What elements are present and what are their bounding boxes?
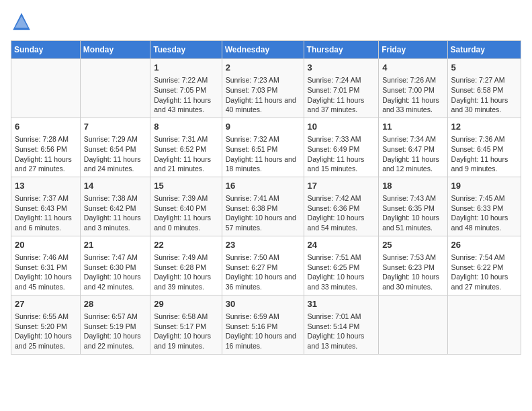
day-header-tuesday: Tuesday [150, 41, 222, 59]
calendar-cell [447, 295, 521, 354]
day-number: 6 [15, 121, 77, 133]
day-number: 3 [308, 62, 375, 74]
cell-content: Sunrise: 7:28 AM Sunset: 6:56 PM Dayligh… [15, 134, 77, 174]
day-number: 28 [84, 298, 146, 310]
cell-content: Sunrise: 7:47 AM Sunset: 6:30 PM Dayligh… [84, 253, 146, 292]
cell-content: Sunrise: 7:31 AM Sunset: 6:52 PM Dayligh… [154, 134, 218, 174]
calendar-cell: 15Sunrise: 7:39 AM Sunset: 6:40 PM Dayli… [150, 177, 222, 236]
logo-icon [11, 11, 32, 32]
calendar-table: SundayMondayTuesdayWednesdayThursdayFrid… [11, 40, 521, 355]
cell-content: Sunrise: 7:46 AM Sunset: 6:31 PM Dayligh… [15, 253, 77, 292]
day-number: 8 [154, 121, 218, 133]
day-number: 11 [382, 121, 443, 133]
logo [11, 11, 35, 32]
cell-content: Sunrise: 6:58 AM Sunset: 5:17 PM Dayligh… [154, 312, 218, 351]
cell-content: Sunrise: 7:34 AM Sunset: 6:47 PM Dayligh… [382, 134, 443, 174]
calendar-cell: 25Sunrise: 7:53 AM Sunset: 6:23 PM Dayli… [379, 236, 447, 295]
cell-content: Sunrise: 7:53 AM Sunset: 6:23 PM Dayligh… [382, 253, 443, 292]
calendar-cell: 1Sunrise: 7:22 AM Sunset: 7:05 PM Daylig… [150, 59, 222, 118]
calendar-cell: 8Sunrise: 7:31 AM Sunset: 6:52 PM Daylig… [150, 118, 222, 177]
calendar-cell: 2Sunrise: 7:23 AM Sunset: 7:03 PM Daylig… [222, 59, 304, 118]
cell-content: Sunrise: 7:45 AM Sunset: 6:33 PM Dayligh… [451, 193, 517, 233]
day-number: 18 [382, 180, 443, 192]
day-number: 20 [15, 239, 77, 251]
calendar-cell: 28Sunrise: 6:57 AM Sunset: 5:19 PM Dayli… [80, 295, 150, 354]
day-number: 4 [382, 62, 443, 74]
calendar-cell: 11Sunrise: 7:34 AM Sunset: 6:47 PM Dayli… [379, 118, 447, 177]
day-number: 26 [451, 239, 517, 251]
calendar-cell: 26Sunrise: 7:54 AM Sunset: 6:22 PM Dayli… [447, 236, 521, 295]
week-row-3: 13Sunrise: 7:37 AM Sunset: 6:43 PM Dayli… [11, 177, 521, 236]
calendar-cell: 14Sunrise: 7:38 AM Sunset: 6:42 PM Dayli… [80, 177, 150, 236]
calendar-cell: 27Sunrise: 6:55 AM Sunset: 5:20 PM Dayli… [11, 295, 81, 354]
calendar-cell [11, 59, 81, 118]
cell-content: Sunrise: 7:43 AM Sunset: 6:35 PM Dayligh… [382, 193, 443, 233]
calendar-cell: 23Sunrise: 7:50 AM Sunset: 6:27 PM Dayli… [222, 236, 304, 295]
cell-content: Sunrise: 7:22 AM Sunset: 7:05 PM Dayligh… [154, 75, 218, 115]
cell-content: Sunrise: 6:55 AM Sunset: 5:20 PM Dayligh… [15, 312, 77, 351]
calendar-cell: 17Sunrise: 7:42 AM Sunset: 6:36 PM Dayli… [304, 177, 379, 236]
day-number: 13 [15, 180, 77, 192]
cell-content: Sunrise: 7:42 AM Sunset: 6:36 PM Dayligh… [308, 193, 375, 233]
day-number: 21 [84, 239, 146, 251]
day-number: 24 [308, 239, 375, 251]
cell-content: Sunrise: 7:27 AM Sunset: 6:58 PM Dayligh… [451, 75, 517, 115]
day-number: 1 [154, 62, 218, 74]
day-number: 9 [226, 121, 300, 133]
cell-content: Sunrise: 7:37 AM Sunset: 6:43 PM Dayligh… [15, 193, 77, 233]
day-number: 25 [382, 239, 443, 251]
day-header-wednesday: Wednesday [222, 41, 304, 59]
calendar-cell: 18Sunrise: 7:43 AM Sunset: 6:35 PM Dayli… [379, 177, 447, 236]
calendar-cell: 31Sunrise: 7:01 AM Sunset: 5:14 PM Dayli… [304, 295, 379, 354]
calendar-cell: 4Sunrise: 7:26 AM Sunset: 7:00 PM Daylig… [379, 59, 447, 118]
day-number: 22 [154, 239, 218, 251]
day-number: 10 [308, 121, 375, 133]
cell-content: Sunrise: 7:32 AM Sunset: 6:51 PM Dayligh… [226, 134, 300, 174]
calendar-cell: 5Sunrise: 7:27 AM Sunset: 6:58 PM Daylig… [447, 59, 521, 118]
cell-content: Sunrise: 7:33 AM Sunset: 6:49 PM Dayligh… [308, 134, 375, 174]
day-header-monday: Monday [80, 41, 150, 59]
cell-content: Sunrise: 7:39 AM Sunset: 6:40 PM Dayligh… [154, 193, 218, 233]
calendar-cell: 6Sunrise: 7:28 AM Sunset: 6:56 PM Daylig… [11, 118, 81, 177]
day-header-sunday: Sunday [11, 41, 81, 59]
cell-content: Sunrise: 7:36 AM Sunset: 6:45 PM Dayligh… [451, 134, 517, 174]
cell-content: Sunrise: 7:26 AM Sunset: 7:00 PM Dayligh… [382, 75, 443, 115]
page-header [11, 11, 521, 32]
calendar-cell: 10Sunrise: 7:33 AM Sunset: 6:49 PM Dayli… [304, 118, 379, 177]
calendar-cell: 20Sunrise: 7:46 AM Sunset: 6:31 PM Dayli… [11, 236, 81, 295]
cell-content: Sunrise: 7:50 AM Sunset: 6:27 PM Dayligh… [226, 253, 300, 292]
cell-content: Sunrise: 7:01 AM Sunset: 5:14 PM Dayligh… [308, 312, 375, 351]
calendar-header: SundayMondayTuesdayWednesdayThursdayFrid… [11, 41, 521, 59]
cell-content: Sunrise: 7:51 AM Sunset: 6:25 PM Dayligh… [308, 253, 375, 292]
day-number: 31 [308, 298, 375, 310]
day-header-thursday: Thursday [304, 41, 379, 59]
day-number: 12 [451, 121, 517, 133]
calendar-cell: 12Sunrise: 7:36 AM Sunset: 6:45 PM Dayli… [447, 118, 521, 177]
calendar-cell: 7Sunrise: 7:29 AM Sunset: 6:54 PM Daylig… [80, 118, 150, 177]
calendar-cell: 22Sunrise: 7:49 AM Sunset: 6:28 PM Dayli… [150, 236, 222, 295]
day-number: 7 [84, 121, 146, 133]
cell-content: Sunrise: 6:57 AM Sunset: 5:19 PM Dayligh… [84, 312, 146, 351]
cell-content: Sunrise: 7:54 AM Sunset: 6:22 PM Dayligh… [451, 253, 517, 292]
cell-content: Sunrise: 7:49 AM Sunset: 6:28 PM Dayligh… [154, 253, 218, 292]
day-number: 14 [84, 180, 146, 192]
day-number: 30 [226, 298, 300, 310]
day-number: 23 [226, 239, 300, 251]
week-row-5: 27Sunrise: 6:55 AM Sunset: 5:20 PM Dayli… [11, 295, 521, 354]
calendar-cell: 24Sunrise: 7:51 AM Sunset: 6:25 PM Dayli… [304, 236, 379, 295]
calendar-cell: 9Sunrise: 7:32 AM Sunset: 6:51 PM Daylig… [222, 118, 304, 177]
day-number: 5 [451, 62, 517, 74]
cell-content: Sunrise: 7:24 AM Sunset: 7:01 PM Dayligh… [308, 75, 375, 115]
day-header-friday: Friday [379, 41, 447, 59]
calendar-cell: 3Sunrise: 7:24 AM Sunset: 7:01 PM Daylig… [304, 59, 379, 118]
week-row-4: 20Sunrise: 7:46 AM Sunset: 6:31 PM Dayli… [11, 236, 521, 295]
calendar-body: 1Sunrise: 7:22 AM Sunset: 7:05 PM Daylig… [11, 59, 521, 355]
cell-content: Sunrise: 7:41 AM Sunset: 6:38 PM Dayligh… [226, 193, 300, 233]
cell-content: Sunrise: 6:59 AM Sunset: 5:16 PM Dayligh… [226, 312, 300, 351]
day-number: 15 [154, 180, 218, 192]
calendar-cell [80, 59, 150, 118]
cell-content: Sunrise: 7:38 AM Sunset: 6:42 PM Dayligh… [84, 193, 146, 233]
day-number: 17 [308, 180, 375, 192]
day-number: 16 [226, 180, 300, 192]
cell-content: Sunrise: 7:29 AM Sunset: 6:54 PM Dayligh… [84, 134, 146, 174]
